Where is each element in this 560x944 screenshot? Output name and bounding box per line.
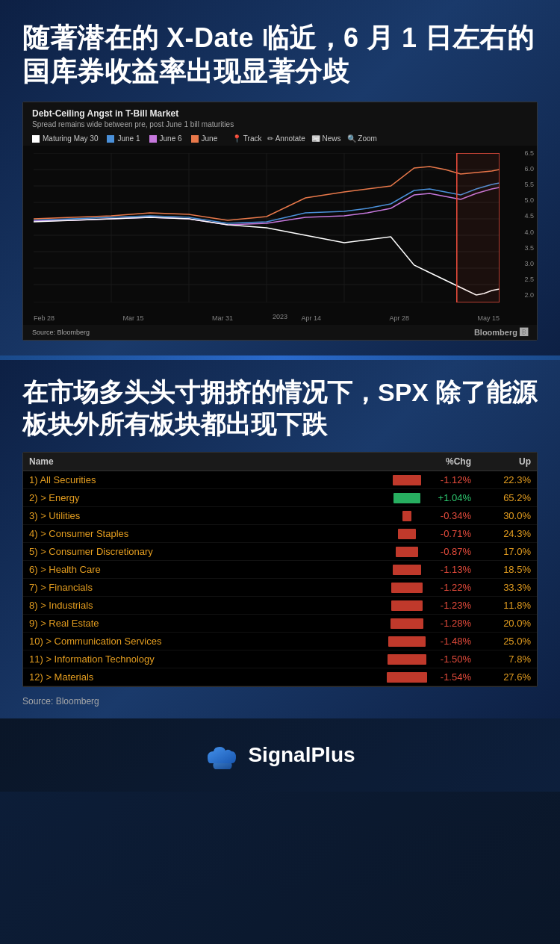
bar-2 [402,511,411,521]
legend-dot-june1 [107,135,114,143]
bar-wrapper-1 [385,493,429,503]
bar-wrapper-4 [385,547,429,557]
toolbar-news[interactable]: 📰 News [311,134,341,143]
table-row: 2) > Energy+1.04%65.2% [23,489,537,507]
chart-subtitle: Spread remains wide between pre, post Ju… [32,120,528,128]
y-20: 2.0 [524,291,534,299]
y-35: 3.5 [524,244,534,252]
bar-6 [391,583,423,593]
legend-june: June [191,134,218,143]
legend-dot-june [191,135,199,143]
bar-7 [391,600,423,611]
x-apr14: Apr 14 [301,314,321,322]
table-row: 5) > Consumer Discretionary-0.87%17.0% [23,543,537,561]
y-55: 5.5 [524,181,534,188]
row-name-7: 8) > Industrials [29,600,382,611]
row-up-7: 11.8% [471,600,531,611]
chart-legend: Maturing May 30 June 1 June 6 June 📍 Tra… [23,131,537,146]
row-up-0: 22.3% [471,474,531,485]
chart-title: Debt-Ceiling Angst in T-Bill Market [32,108,528,119]
row-name-2: 3) > Utilities [29,510,382,521]
row-up-2: 30.0% [471,510,531,521]
row-bar-cell-10: -1.50% [382,653,471,665]
chart-footer: Source: Bloomberg Bloomberg 🅱 [23,325,537,340]
row-up-8: 20.0% [471,618,531,629]
bar-wrapper-11 [385,672,429,683]
bar-wrapper-9 [385,636,429,647]
chart-body: 6.5 6.0 5.5 5.0 4.5 4.0 3.5 3.0 2.5 2.0 [23,146,537,325]
table-row: 6) > Health Care-1.13%18.5% [23,561,537,579]
legend-june6: June 6 [149,134,182,143]
bar-wrapper-8 [385,618,429,629]
row-up-11: 27.6% [471,671,531,683]
bar-8 [391,618,423,629]
legend-label-june6: June 6 [160,134,182,143]
col-up: Up [471,456,531,467]
x-may15: May 15 [477,314,500,322]
legend-june1: June 1 [107,134,140,143]
row-bar-cell-1: +1.04% [382,492,471,503]
y-45: 4.5 [524,212,534,220]
row-bar-cell-4: -0.87% [382,546,471,557]
pct-change-5: -1.13% [434,564,471,575]
toolbar-track[interactable]: 📍 Track [232,134,261,143]
row-bar-cell-8: -1.28% [382,618,471,629]
y-65: 6.5 [524,149,534,157]
y-40: 4.0 [524,229,534,236]
table-row: 3) > Utilities-0.34%30.0% [23,507,537,525]
chart-toolbar: 📍 Track ✏ Annotate 📰 News 🔍 Zoom [232,134,377,143]
row-bar-cell-11: -1.54% [382,671,471,683]
col-pct: %Chg [382,456,471,467]
legend-dot-may30 [32,135,40,143]
table-source: Source: Bloomberg [22,696,538,707]
table-row: 1) All Securities-1.12%22.3% [23,471,537,489]
table-row: 12) > Materials-1.54%27.6% [23,668,537,686]
x-mar15: Mar 15 [123,314,144,322]
toolbar-zoom[interactable]: 🔍 Zoom [347,134,377,143]
bar-wrapper-6 [385,583,429,593]
row-bar-cell-0: -1.12% [382,474,471,485]
x-feb28: Feb 28 [34,314,55,322]
footer: SignalPlus [0,718,560,792]
row-bar-cell-3: -0.71% [382,528,471,539]
bar-10 [388,654,426,665]
table-row: 11) > Information Technology-1.50%7.8% [23,650,537,668]
row-bar-cell-7: -1.23% [382,600,471,611]
x-mar31: Mar 31 [212,314,233,322]
bar-4 [396,547,418,557]
row-bar-cell-5: -1.13% [382,564,471,575]
col-name: Name [29,456,382,467]
row-name-8: 9) > Real Estate [29,618,382,629]
row-up-1: 65.2% [471,492,531,503]
bar-11 [387,672,427,683]
bloomberg-logo: Bloomberg 🅱 [474,328,528,337]
pct-change-10: -1.50% [434,653,471,665]
toolbar-annotate[interactable]: ✏ Annotate [267,134,305,143]
signalplus-logo: SignalPlus [205,741,355,769]
pct-change-0: -1.12% [434,474,471,485]
legend-label-june: June [202,134,218,143]
table-row: 9) > Real Estate-1.28%20.0% [23,615,537,633]
pct-change-9: -1.48% [434,636,471,647]
signalplus-icon [205,741,240,769]
pct-change-3: -0.71% [434,528,471,539]
chart-svg [34,153,500,302]
table-row: 10) > Communication Services-1.48%25.0% [23,633,537,650]
row-up-6: 33.3% [471,582,531,593]
row-name-1: 2) > Energy [29,492,382,503]
y-25: 2.5 [524,276,534,283]
bar-3 [398,529,416,539]
spx-table: Name %Chg Up 1) All Securities-1.12%22.3… [22,452,538,687]
row-up-9: 25.0% [471,636,531,647]
bar-0 [393,475,421,485]
legend-may30: Maturing May 30 [32,134,98,143]
bottom-section: 在市场多头头寸拥挤的情况下，SPX 除了能源板块外所有板块都出现下跌 Name … [0,360,560,718]
bar-1 [393,493,420,503]
bar-wrapper-2 [385,511,429,521]
bar-wrapper-3 [385,529,429,539]
legend-label-may30: Maturing May 30 [43,134,98,143]
x-apr28: Apr 28 [389,314,409,322]
pct-change-1: +1.04% [434,492,471,503]
legend-dot-june6 [149,135,157,143]
row-name-10: 11) > Information Technology [29,653,382,665]
